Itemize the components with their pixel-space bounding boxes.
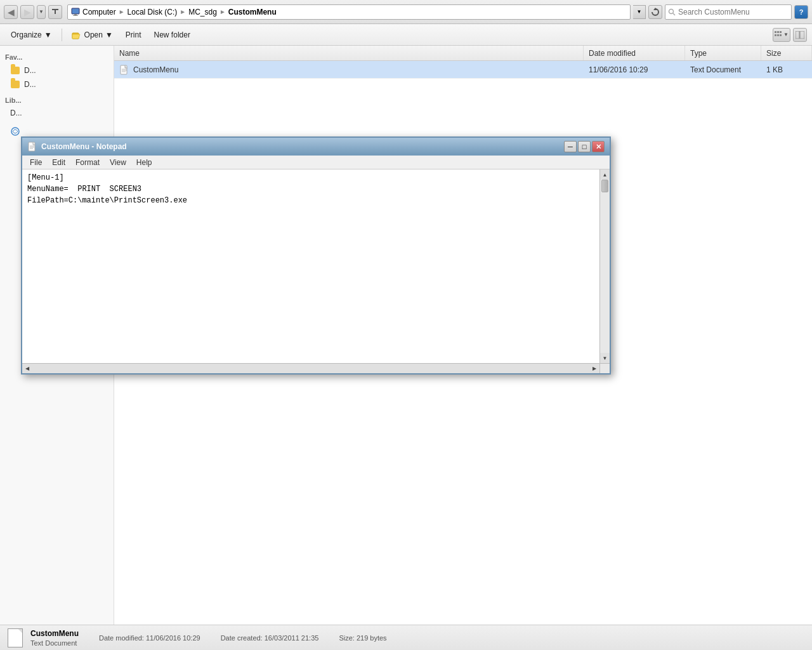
sidebar-item-l1[interactable]: D... bbox=[0, 107, 114, 119]
up-button[interactable] bbox=[48, 5, 62, 19]
scrollbar-thumb-v[interactable] bbox=[601, 180, 608, 192]
scroll-corner bbox=[599, 363, 610, 373]
file-date-cell: 11/06/2016 10:29 bbox=[584, 65, 685, 74]
organize-button[interactable]: Organize ▼ bbox=[5, 27, 58, 43]
view-toggle-button[interactable]: ▼ bbox=[773, 28, 790, 42]
col-type[interactable]: Type bbox=[685, 46, 761, 60]
new-folder-button[interactable]: New folder bbox=[148, 27, 196, 43]
status-bar: CustomMenu Text Document Date modified: … bbox=[0, 625, 812, 650]
svg-rect-4 bbox=[73, 15, 78, 16]
organize-label: Organize bbox=[11, 30, 42, 39]
scrollbar-right-arrow[interactable]: ▶ bbox=[589, 364, 599, 373]
sidebar-item-d1[interactable]: D... bbox=[0, 63, 114, 77]
notepad-titlebar: CustomMenu - Notepad ─ □ ✕ bbox=[22, 138, 610, 156]
notepad-content: [Menu-1] MenuName= PRINT SCREEN3 FilePat… bbox=[22, 169, 610, 373]
back-button[interactable]: ◀ bbox=[4, 5, 18, 19]
col-date-modified[interactable]: Date modified bbox=[584, 46, 685, 60]
search-input[interactable] bbox=[678, 8, 789, 17]
svg-rect-3 bbox=[74, 14, 77, 15]
nav-dropdown-button[interactable]: ▼ bbox=[37, 5, 46, 19]
open-icon bbox=[72, 30, 82, 40]
notepad-scrollbar-vertical[interactable]: ▲ ▼ bbox=[599, 169, 610, 363]
svg-rect-2 bbox=[72, 8, 79, 14]
libraries-header: Lib... bbox=[0, 94, 114, 107]
scrollbar-down-arrow[interactable]: ▼ bbox=[600, 353, 610, 363]
svg-line-7 bbox=[673, 13, 675, 15]
notepad-menu-file[interactable]: File bbox=[25, 157, 47, 168]
search-bar bbox=[665, 4, 792, 20]
open-label: Open bbox=[84, 30, 103, 39]
notepad-controls: ─ □ ✕ bbox=[564, 141, 605, 152]
view-icon bbox=[775, 31, 783, 39]
notepad-minimize-button[interactable]: ─ bbox=[564, 141, 577, 152]
view-dropdown-icon: ▼ bbox=[783, 32, 789, 37]
svg-rect-10 bbox=[777, 31, 779, 33]
notepad-menubar: File Edit Format View Help bbox=[22, 156, 610, 169]
cmd-separator-1 bbox=[62, 29, 62, 41]
col-name[interactable]: Name bbox=[114, 46, 584, 60]
crumb-localdisk[interactable]: Local Disk (C:) bbox=[128, 8, 178, 17]
notepad-window: CustomMenu - Notepad ─ □ ✕ File Edit For… bbox=[21, 136, 611, 375]
address-dropdown-button[interactable]: ▼ bbox=[633, 5, 646, 19]
status-info: CustomMenu Text Document bbox=[30, 629, 79, 647]
address-toolbar: ◀ ▶ ▼ Computer ► Local Disk (C:) ► MC_sd… bbox=[0, 0, 812, 24]
open-button[interactable]: Open ▼ bbox=[66, 27, 119, 43]
notepad-menu-help[interactable]: Help bbox=[131, 157, 157, 168]
preview-icon bbox=[796, 31, 804, 39]
notepad-maximize-button[interactable]: □ bbox=[578, 141, 591, 152]
notepad-title-text: CustomMenu - Notepad bbox=[41, 142, 127, 151]
refresh-icon bbox=[651, 8, 660, 17]
svg-rect-14 bbox=[780, 34, 782, 36]
notepad-close-button[interactable]: ✕ bbox=[592, 141, 605, 152]
svg-rect-1 bbox=[52, 9, 58, 10]
print-button[interactable]: Print bbox=[120, 27, 147, 43]
notepad-textarea[interactable]: [Menu-1] MenuName= PRINT SCREEN3 FilePat… bbox=[22, 169, 610, 373]
notepad-menu-format[interactable]: Format bbox=[70, 157, 105, 168]
breadcrumb: Computer ► Local Disk (C:) ► MC_sdg ► Cu… bbox=[82, 8, 277, 17]
new-folder-label: New folder bbox=[154, 30, 190, 39]
status-filename: CustomMenu bbox=[30, 629, 79, 638]
folder-icon-1 bbox=[10, 65, 20, 76]
notepad-icon bbox=[27, 142, 37, 152]
status-file-type: Text Document bbox=[30, 639, 79, 647]
notepad-menu-view[interactable]: View bbox=[105, 157, 131, 168]
scrollbar-left-arrow[interactable]: ◀ bbox=[22, 364, 32, 373]
organize-dropdown-icon: ▼ bbox=[44, 30, 52, 39]
help-button[interactable]: ? bbox=[794, 5, 808, 19]
scrollbar-up-arrow[interactable]: ▲ bbox=[600, 169, 610, 180]
svg-point-6 bbox=[669, 9, 674, 13]
print-label: Print bbox=[126, 30, 141, 39]
file-doc-icon bbox=[119, 65, 129, 75]
file-name-cell: CustomMenu bbox=[114, 65, 584, 75]
forward-button[interactable]: ▶ bbox=[20, 5, 34, 19]
command-bar: Organize ▼ Open ▼ Print New folder ▼ bbox=[0, 24, 812, 46]
computer-icon bbox=[70, 7, 81, 17]
crumb-computer[interactable]: Computer bbox=[82, 8, 116, 17]
preview-pane-button[interactable] bbox=[793, 28, 807, 42]
col-size[interactable]: Size bbox=[761, 46, 812, 60]
file-row-custommenu[interactable]: CustomMenu 11/06/2016 10:29 Text Documen… bbox=[114, 61, 812, 79]
svg-rect-15 bbox=[796, 31, 799, 39]
svg-rect-9 bbox=[775, 31, 776, 33]
file-size-cell: 1 KB bbox=[761, 65, 812, 74]
crumb-custommenu[interactable]: CustomMenu bbox=[228, 8, 277, 17]
notepad-title-area: CustomMenu - Notepad bbox=[27, 142, 127, 152]
status-file-icon bbox=[8, 628, 23, 647]
crumb-mc-sdg[interactable]: MC_sdg bbox=[188, 8, 217, 17]
notepad-scrollbar-horizontal[interactable]: ◀ ▶ bbox=[22, 363, 599, 373]
network-icon bbox=[10, 126, 20, 136]
status-size: Size: 219 bytes bbox=[339, 634, 386, 642]
address-bar[interactable]: Computer ► Local Disk (C:) ► MC_sdg ► Cu… bbox=[67, 4, 631, 20]
notepad-menu-edit[interactable]: Edit bbox=[47, 157, 70, 168]
status-date-modified: Date modified: 11/06/2016 10:29 bbox=[99, 634, 200, 642]
file-list-header: Name Date modified Type Size bbox=[114, 46, 812, 61]
svg-rect-12 bbox=[775, 34, 776, 36]
refresh-button[interactable] bbox=[648, 5, 662, 19]
svg-rect-11 bbox=[780, 31, 782, 33]
sidebar-item-d2[interactable]: D... bbox=[0, 77, 114, 91]
file-type-cell: Text Document bbox=[685, 65, 761, 74]
status-date-created: Date created: 16/03/2011 21:35 bbox=[221, 634, 319, 642]
svg-rect-13 bbox=[777, 34, 779, 36]
open-dropdown-icon: ▼ bbox=[105, 30, 113, 39]
svg-rect-16 bbox=[800, 31, 804, 39]
